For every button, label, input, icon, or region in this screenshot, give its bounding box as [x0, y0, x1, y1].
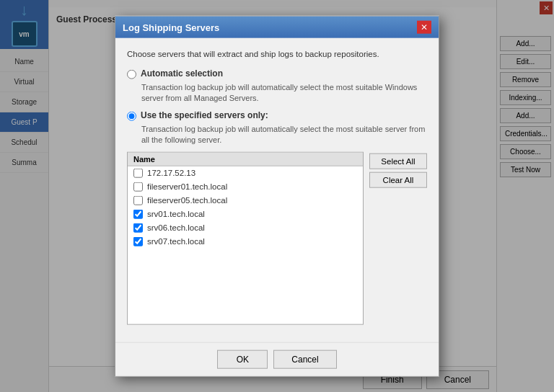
server-checkbox-4[interactable] [133, 223, 143, 232]
radio-group: Automatic selection Transaction log back… [127, 68, 427, 325]
modal-description: Choose servers that will extract and shi… [127, 48, 427, 60]
clear-all-button[interactable]: Clear All [369, 172, 427, 187]
server-list-item: srv06.tech.local [128, 220, 363, 234]
modal-close-button[interactable]: ✕ [417, 21, 431, 34]
select-all-button[interactable]: Select All [369, 153, 427, 169]
server-list-header: Name [128, 152, 363, 166]
modal-title: Log Shipping Servers [123, 22, 219, 32]
specified-radio[interactable] [127, 112, 136, 121]
automatic-option: Automatic selection [127, 68, 427, 79]
server-name-2: fileserver05.tech.local [147, 196, 227, 205]
server-list-item: srv01.tech.local [128, 207, 363, 220]
specified-option: Use the specified servers only: [127, 110, 427, 121]
modal-footer: OK Cancel [115, 342, 439, 375]
ok-button[interactable]: OK [217, 349, 268, 368]
server-list-item: fileserver01.tech.local [128, 179, 363, 193]
automatic-description: Transaction log backup job will automati… [141, 82, 427, 104]
server-name-1: fileserver01.tech.local [147, 182, 227, 191]
server-list-items: 172.17.52.13fileserver01.tech.localfiles… [128, 166, 363, 248]
server-list-item: fileserver05.tech.local [128, 193, 363, 207]
server-checkbox-5[interactable] [133, 236, 143, 246]
specified-description: Transaction log backup job will automati… [141, 124, 427, 146]
server-checkbox-3[interactable] [133, 209, 143, 218]
cancel-button[interactable]: Cancel [273, 349, 336, 368]
log-shipping-servers-dialog: Log Shipping Servers ✕ Choose servers th… [115, 16, 439, 377]
server-list: Name 172.17.52.13fileserver01.tech.local… [127, 151, 364, 324]
server-checkbox-2[interactable] [133, 195, 143, 205]
server-list-item: srv07.tech.local [128, 234, 363, 248]
server-name-5: srv07.tech.local [147, 237, 205, 246]
modal-titlebar: Log Shipping Servers ✕ [115, 17, 439, 38]
modal-body: Choose servers that will extract and shi… [115, 38, 439, 342]
server-list-container: Name 172.17.52.13fileserver01.tech.local… [127, 151, 427, 324]
automatic-radio[interactable] [127, 70, 136, 79]
automatic-label[interactable]: Automatic selection [141, 68, 223, 79]
server-list-item: 172.17.52.13 [128, 166, 363, 179]
server-checkbox-1[interactable] [133, 182, 143, 191]
server-name-0: 172.17.52.13 [147, 169, 195, 177]
server-name-3: srv01.tech.local [147, 210, 205, 218]
specified-label[interactable]: Use the specified servers only: [141, 110, 268, 120]
server-checkbox-0[interactable] [133, 168, 143, 177]
server-name-4: srv06.tech.local [147, 223, 205, 232]
list-action-buttons: Select All Clear All [369, 151, 427, 324]
